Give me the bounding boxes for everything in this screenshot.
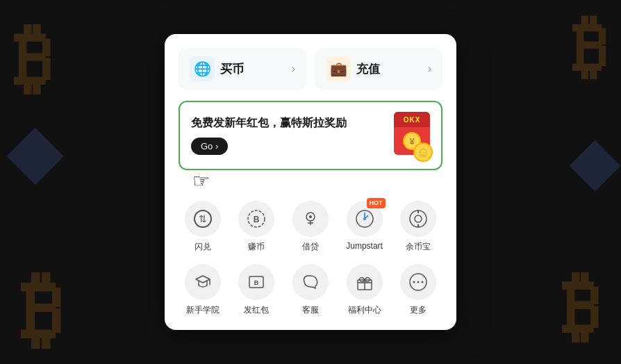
- svg-point-13: [415, 215, 422, 222]
- service-icon: [292, 264, 329, 300]
- academy-label: 新手学院: [186, 304, 220, 316]
- coin-decoration: 🪙: [413, 142, 433, 162]
- send-envelope-icon: B: [238, 264, 274, 300]
- promotion-banner[interactable]: 免费发新年红包，赢特斯拉奖励 Go › OKX ¥ 🪙 ☞: [179, 101, 442, 170]
- bg-bitcoin-topright: ₿: [572, 7, 607, 87]
- welfare-label: 福利中心: [348, 304, 381, 316]
- svg-point-7: [309, 215, 312, 218]
- svg-text:B: B: [254, 279, 259, 286]
- buy-chevron: ›: [292, 63, 295, 75]
- coin-treasure-label: 余币宝: [406, 241, 431, 253]
- svg-text:¥: ¥: [409, 136, 415, 147]
- loan-label: 借贷: [302, 241, 319, 253]
- hot-badge: HOT: [367, 198, 386, 208]
- grid-item-flash-exchange[interactable]: ⇅闪兑: [179, 201, 227, 253]
- go-button[interactable]: Go ›: [191, 138, 228, 155]
- envelope-logo: OKX: [394, 112, 430, 127]
- svg-marker-16: [196, 276, 210, 283]
- recharge-icon: 💼: [326, 56, 351, 81]
- earn-coin-label: 赚币: [248, 241, 265, 253]
- cursor-spacer: [179, 184, 442, 201]
- grid-item-jumpstart[interactable]: HOTJumpstart: [340, 201, 389, 253]
- bg-bitcoin-bottomright: ₿: [562, 262, 600, 350]
- bg-bitcoin-bottomleft: ₿: [21, 261, 63, 357]
- service-label: 客服: [302, 304, 319, 316]
- loan-icon: [292, 201, 329, 237]
- top-row: 🌐 买币 › 💼 充值 ›: [179, 48, 442, 90]
- flash-exchange-icon: ⇅: [185, 201, 221, 237]
- feature-grid: ⇅闪兑B赚币借贷HOTJumpstart余币宝新手学院B发红包客服福利中心更多: [179, 201, 442, 316]
- svg-point-24: [413, 281, 415, 283]
- grid-item-service[interactable]: 客服: [286, 264, 335, 316]
- main-popup: 🌐 买币 › 💼 充值 › 免费发新年红包，赢特斯拉奖励 Go › OKX: [165, 34, 456, 330]
- grid-item-coin-treasure[interactable]: 余币宝: [394, 201, 442, 253]
- bg-ethereum-midright: ◆: [570, 125, 618, 198]
- earn-coin-icon: B: [238, 201, 274, 237]
- recharge-card[interactable]: 💼 充值 ›: [315, 48, 442, 90]
- flash-exchange-label: 闪兑: [194, 241, 211, 253]
- jumpstart-label: Jumpstart: [346, 241, 383, 251]
- jumpstart-icon: HOT: [347, 201, 383, 237]
- svg-point-11: [363, 217, 366, 220]
- recharge-chevron: ›: [428, 63, 431, 75]
- grid-item-academy[interactable]: 新手学院: [179, 264, 227, 316]
- bg-bitcoin-topleft: ₿: [14, 14, 52, 102]
- academy-icon: [185, 264, 221, 300]
- grid-item-earn-coin[interactable]: B赚币: [233, 201, 281, 253]
- grid-item-loan[interactable]: 借贷: [286, 201, 335, 253]
- banner-title: 免费发新年红包，赢特斯拉奖励: [191, 116, 383, 131]
- grid-item-send-envelope[interactable]: B发红包: [233, 264, 281, 316]
- grid-item-more[interactable]: 更多: [394, 264, 442, 316]
- welfare-icon: [347, 264, 383, 300]
- more-label: 更多: [410, 304, 427, 316]
- svg-text:⇅: ⇅: [199, 213, 207, 224]
- grid-item-welfare[interactable]: 福利中心: [340, 264, 389, 316]
- more-icon: [400, 264, 436, 300]
- svg-point-26: [422, 281, 424, 283]
- buy-label: 买币: [220, 61, 244, 77]
- buy-icon: 🌐: [190, 56, 215, 81]
- svg-text:B: B: [254, 215, 260, 224]
- coin-treasure-icon: [400, 201, 436, 237]
- buy-coin-card[interactable]: 🌐 买币 ›: [179, 48, 306, 90]
- banner-image: OKX ¥ 🪙: [383, 112, 430, 159]
- svg-point-25: [417, 281, 420, 283]
- bg-ethereum-midleft: ◆: [7, 111, 60, 192]
- recharge-label: 充值: [356, 61, 380, 77]
- send-envelope-label: 发红包: [244, 304, 269, 316]
